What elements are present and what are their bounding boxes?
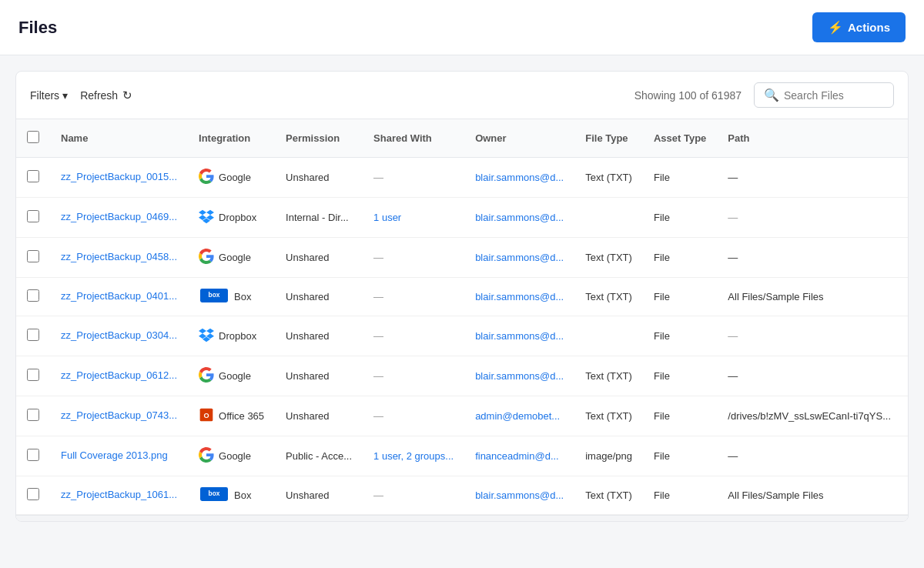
row-asset-type-cell: File bbox=[643, 238, 717, 278]
row-checkbox[interactable] bbox=[27, 250, 39, 262]
filters-button[interactable]: Filters ▾ bbox=[30, 89, 68, 102]
search-box[interactable]: 🔍 bbox=[754, 82, 894, 108]
owner-link[interactable]: blair.sammons@d... bbox=[475, 291, 564, 302]
google-icon bbox=[199, 169, 214, 186]
file-name-link[interactable]: zz_ProjectBackup_0469... bbox=[61, 211, 177, 222]
shared-with-link[interactable]: 1 user bbox=[373, 212, 401, 223]
row-name-cell: zz_ProjectBackup_0015... bbox=[50, 158, 188, 198]
row-permission-cell: Public - Acce... bbox=[275, 436, 363, 476]
row-path-cell: /drives/b!zMV_ssLswECanI-ti7qYS... bbox=[717, 396, 902, 436]
owner-link[interactable]: blair.sammons@d... bbox=[475, 172, 564, 183]
google-icon bbox=[199, 249, 214, 266]
row-asset-type-cell: File bbox=[643, 158, 717, 198]
box-icon: box bbox=[199, 487, 229, 503]
row-shared-with-cell: — bbox=[363, 476, 464, 515]
row-path-cell: — bbox=[717, 316, 902, 356]
row-shared-with-cell: — bbox=[363, 316, 464, 356]
row-integration-cell: box Box bbox=[188, 278, 275, 316]
table-row: zz_ProjectBackup_0469... Dropbox Interna… bbox=[16, 198, 908, 238]
file-type-value: Text (TXT) bbox=[585, 370, 632, 382]
file-type-value: Text (TXT) bbox=[585, 489, 632, 501]
row-checkbox[interactable] bbox=[27, 488, 39, 500]
row-checkbox-cell[interactable] bbox=[16, 436, 50, 476]
row-path-cell: All Files/Sample Files bbox=[717, 476, 902, 515]
row-asset-type-cell: File bbox=[643, 198, 717, 238]
row-owner-cell: blair.sammons@d... bbox=[464, 158, 574, 198]
file-name-link[interactable]: zz_ProjectBackup_0743... bbox=[61, 409, 177, 421]
search-input[interactable] bbox=[784, 89, 884, 102]
row-checkbox[interactable] bbox=[27, 289, 39, 302]
row-path-cell: — bbox=[717, 356, 902, 396]
path-value: — bbox=[728, 252, 738, 263]
row-checkbox-cell[interactable] bbox=[16, 238, 50, 278]
row-asset-type-cell: File bbox=[643, 316, 717, 356]
table-row: Full Coverage 2013.png Google Public - A… bbox=[16, 436, 908, 476]
chevron-down-icon: ▾ bbox=[62, 89, 68, 102]
row-checkbox[interactable] bbox=[27, 329, 39, 341]
files-panel: Filters ▾ Refresh ↻ Showing 100 of 61987… bbox=[15, 71, 909, 522]
owner-link[interactable]: blair.sammons@d... bbox=[475, 330, 564, 342]
row-checkbox[interactable] bbox=[27, 449, 39, 461]
row-file-type-cell: Text (TXT) bbox=[574, 278, 643, 316]
row-asset-type-cell: File bbox=[643, 278, 717, 316]
table-row: zz_ProjectBackup_0304... Dropbox Unshare… bbox=[16, 316, 908, 356]
file-name-link[interactable]: zz_ProjectBackup_1061... bbox=[61, 489, 177, 500]
row-checkbox[interactable] bbox=[27, 210, 39, 222]
row-checkbox-cell[interactable] bbox=[16, 278, 50, 316]
select-all-checkbox[interactable] bbox=[27, 131, 39, 143]
col-name: Name bbox=[50, 119, 188, 158]
dropbox-icon bbox=[199, 327, 214, 345]
row-file-type-cell: image/png bbox=[574, 436, 643, 476]
col-integration: Integration bbox=[188, 119, 275, 158]
row-checkbox[interactable] bbox=[27, 369, 39, 381]
file-type-value: Text (TXT) bbox=[585, 410, 632, 422]
owner-link[interactable]: blair.sammons@d... bbox=[475, 489, 564, 501]
shared-with-link[interactable]: 1 user, 2 groups... bbox=[373, 450, 454, 462]
col-owner: Owner bbox=[464, 119, 574, 158]
owner-link[interactable]: financeadmin@d... bbox=[475, 450, 559, 462]
row-checkbox[interactable] bbox=[27, 170, 39, 182]
owner-link[interactable]: blair.sammons@d... bbox=[475, 370, 564, 382]
actions-button[interactable]: ⚡ Actions bbox=[812, 12, 906, 42]
row-checkbox-cell[interactable] bbox=[16, 198, 50, 238]
file-type-value: Text (TXT) bbox=[585, 291, 632, 302]
file-name-link[interactable]: Full Coverage 2013.png bbox=[61, 449, 168, 461]
row-integration-cell: Google bbox=[188, 238, 275, 278]
row-shared-with-cell: — bbox=[363, 356, 464, 396]
row-name-cell: zz_ProjectBackup_0743... bbox=[50, 396, 188, 436]
row-checkbox-cell[interactable] bbox=[16, 316, 50, 356]
row-checkbox[interactable] bbox=[27, 409, 39, 421]
row-owner-cell: blair.sammons@d... bbox=[464, 278, 574, 316]
row-checkbox-cell[interactable] bbox=[16, 476, 50, 515]
row-suffix-cell: J bbox=[902, 436, 908, 476]
table-row: zz_ProjectBackup_0401... box Box Unshare… bbox=[16, 278, 908, 316]
row-checkbox-cell[interactable] bbox=[16, 396, 50, 436]
row-asset-type-cell: File bbox=[643, 396, 717, 436]
row-checkbox-cell[interactable] bbox=[16, 356, 50, 396]
file-name-link[interactable]: zz_ProjectBackup_0401... bbox=[61, 290, 177, 302]
row-path-cell: — bbox=[717, 238, 902, 278]
row-checkbox-cell[interactable] bbox=[16, 158, 50, 198]
row-name-cell: zz_ProjectBackup_0304... bbox=[50, 316, 188, 356]
row-path-cell: — bbox=[717, 158, 902, 198]
integration-label: Dropbox bbox=[219, 330, 256, 342]
file-name-link[interactable]: zz_ProjectBackup_0612... bbox=[61, 369, 177, 381]
file-name-link[interactable]: zz_ProjectBackup_0304... bbox=[61, 329, 177, 341]
toolbar-right: Showing 100 of 61987 🔍 bbox=[634, 82, 894, 108]
select-all-header[interactable] bbox=[16, 119, 50, 158]
file-name-link[interactable]: zz_ProjectBackup_0015... bbox=[61, 171, 177, 182]
owner-link[interactable]: blair.sammons@d... bbox=[475, 252, 564, 263]
row-suffix-cell: J bbox=[902, 158, 908, 198]
file-name-link[interactable]: zz_ProjectBackup_0458... bbox=[61, 251, 177, 262]
col-toggle[interactable]: ⊞ bbox=[902, 119, 908, 158]
owner-link[interactable]: admin@demobet... bbox=[475, 410, 560, 422]
office-icon: O bbox=[199, 407, 214, 425]
row-suffix-cell: - bbox=[902, 316, 908, 356]
row-integration-cell: O Office 365 bbox=[188, 396, 275, 436]
horizontal-scrollbar[interactable] bbox=[16, 515, 908, 521]
owner-link[interactable]: blair.sammons@d... bbox=[475, 212, 564, 223]
refresh-icon: ↻ bbox=[122, 89, 132, 102]
refresh-button[interactable]: Refresh ↻ bbox=[80, 89, 132, 102]
row-asset-type-cell: File bbox=[643, 436, 717, 476]
integration-label: Google bbox=[219, 252, 251, 263]
